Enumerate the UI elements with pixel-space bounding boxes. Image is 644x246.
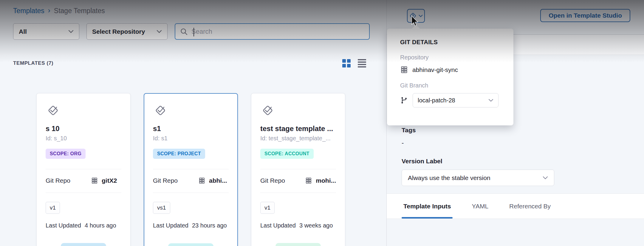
repository-icon xyxy=(400,66,408,74)
chevron-down-icon xyxy=(543,176,548,179)
git-repo-row: Git Repo abhi... xyxy=(153,177,229,184)
git-branch-label: Git Branch xyxy=(400,82,500,89)
scope-badge: SCOPE: ORG xyxy=(46,149,86,159)
search-field[interactable] xyxy=(175,23,370,40)
scope-filter-value: All xyxy=(19,28,68,35)
git-branch-row: local-patch-28 xyxy=(400,93,500,107)
popover-title: GIT DETAILS xyxy=(400,39,500,46)
last-updated-label: Last Updated xyxy=(46,222,81,229)
divider xyxy=(153,193,229,193)
chevron-down-icon xyxy=(488,99,493,102)
git-repo-label: Git Repo xyxy=(153,177,198,184)
repository-row: abhinav-git-sync xyxy=(400,66,500,74)
git-repo-label: Git Repo xyxy=(46,177,91,184)
version-chip: v1 xyxy=(46,202,60,214)
version-label-dropdown[interactable]: Always use the stable version xyxy=(402,170,554,186)
search-icon xyxy=(180,28,188,36)
branch-dropdown[interactable]: local-patch-28 xyxy=(413,93,499,107)
scope-badge: SCOPE: ACCOUNT xyxy=(260,149,314,159)
template-card-selected[interactable]: s1 Id: s1 SCOPE: PROJECT Git Repo abhi..… xyxy=(144,93,238,246)
tags-label: Tags xyxy=(402,127,554,134)
template-title: s1 xyxy=(153,124,229,133)
tab-content-area xyxy=(387,219,644,246)
filters-row: All Select Repository xyxy=(0,23,386,40)
search-input[interactable] xyxy=(191,28,364,36)
chevron-down-icon xyxy=(68,30,74,33)
repository-filter-dropdown[interactable]: Select Repository xyxy=(86,23,168,40)
tab-template-inputs[interactable]: Template Inputs xyxy=(402,194,453,219)
last-updated-row: Last Updated 23 hours ago xyxy=(153,222,229,229)
template-card[interactable]: test stage template ... Id: test_stage_t… xyxy=(251,93,345,246)
repository-icon xyxy=(91,177,98,184)
divider xyxy=(260,169,336,169)
repository-icon xyxy=(305,177,312,184)
template-id: Id: s_10 xyxy=(46,135,121,142)
divider xyxy=(153,169,229,169)
tab-label: Template Inputs xyxy=(403,203,451,210)
last-updated-label: Last Updated xyxy=(153,222,188,229)
template-id: Id: test_stage_template_... xyxy=(260,135,336,142)
breadcrumb-current: Stage Templates xyxy=(54,7,105,15)
template-id: Id: s1 xyxy=(153,135,229,142)
active-tab-underline xyxy=(402,217,453,219)
grid-view-icon[interactable] xyxy=(342,59,351,67)
divider xyxy=(260,193,336,193)
git-repo-value: abhi... xyxy=(209,177,227,184)
scope-filter-dropdown[interactable]: All xyxy=(13,23,79,40)
tab-referenced-by[interactable]: Referenced By xyxy=(507,194,552,219)
breadcrumb-templates-link[interactable]: Templates xyxy=(13,7,44,15)
git-details-popover: GIT DETAILS Repository abhinav-git-sync … xyxy=(387,29,513,125)
last-updated-value: 23 hours ago xyxy=(192,222,227,229)
git-repo-row: Git Repo mohi... xyxy=(260,177,336,184)
last-updated-row: Last Updated 3 weeks ago xyxy=(260,222,336,229)
template-title: test stage template ... xyxy=(260,124,336,133)
git-repo-row: Git Repo gitX2 xyxy=(46,177,121,184)
tab-yaml[interactable]: YAML xyxy=(470,194,490,219)
repository-filter-value: Select Repository xyxy=(92,28,157,35)
stage-template-icon xyxy=(153,102,167,117)
text-caret xyxy=(193,28,194,36)
divider xyxy=(46,193,121,193)
template-title: s 10 xyxy=(46,124,121,133)
stable-version-pill xyxy=(168,243,213,246)
template-card[interactable]: s 10 Id: s_10 SCOPE: ORG Git Repo gitX2 … xyxy=(36,93,131,246)
templates-count-label: TEMPLATES (7) xyxy=(13,60,53,66)
breadcrumb-chevron-icon: › xyxy=(48,6,50,15)
repository-label: Repository xyxy=(400,54,500,61)
git-repo-value: mohi... xyxy=(316,177,336,184)
last-updated-row: Last Updated 4 hours ago xyxy=(46,222,121,229)
tab-label: Referenced By xyxy=(509,203,551,210)
tab-label: YAML xyxy=(472,203,488,210)
last-updated-value: 4 hours ago xyxy=(85,222,116,229)
version-dropdown-value: Always use the stable version xyxy=(408,174,543,182)
divider xyxy=(46,169,121,169)
details-tab-bar: Template Inputs YAML Referenced By xyxy=(387,193,644,219)
git-branch-icon xyxy=(400,96,408,104)
version-chip: vs1 xyxy=(153,202,170,214)
git-repo-value: gitX2 xyxy=(102,177,117,184)
mouse-cursor xyxy=(411,16,420,27)
scope-badge: SCOPE: PROJECT xyxy=(153,149,205,159)
details-meta: Tags - Version Label Always use the stab… xyxy=(402,127,554,186)
version-chip: v1 xyxy=(260,202,275,214)
last-updated-value: 3 weeks ago xyxy=(299,222,333,229)
repository-icon xyxy=(198,177,205,184)
stage-templates-page: Templates › Stage Templates All Select R… xyxy=(0,0,644,246)
git-repo-label: Git Repo xyxy=(260,177,305,184)
template-cards: s 10 Id: s_10 SCOPE: ORG Git Repo gitX2 … xyxy=(36,93,345,246)
templates-list-panel: Templates › Stage Templates All Select R… xyxy=(0,0,386,246)
chevron-down-icon xyxy=(157,30,162,33)
last-updated-label: Last Updated xyxy=(260,222,296,229)
stage-template-icon xyxy=(260,102,275,117)
repository-value: abhinav-git-sync xyxy=(412,66,458,73)
stage-template-icon xyxy=(46,102,60,117)
view-toggles xyxy=(342,59,366,67)
list-view-icon[interactable] xyxy=(358,59,366,67)
tags-value: - xyxy=(402,139,554,147)
branch-value: local-patch-28 xyxy=(418,97,488,104)
stable-version-pill xyxy=(61,243,106,246)
breadcrumb: Templates › Stage Templates xyxy=(13,7,105,15)
stable-version-pill xyxy=(275,243,321,246)
open-in-template-studio-button[interactable]: Open in Template Studio xyxy=(540,9,630,22)
version-label-heading: Version Label xyxy=(402,158,554,165)
